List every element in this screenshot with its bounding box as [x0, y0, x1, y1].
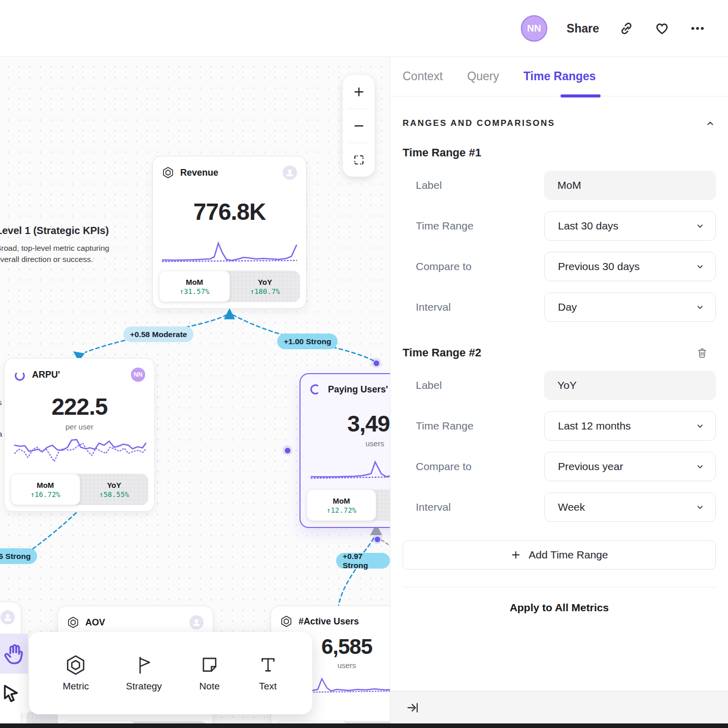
label-field-label: Label: [416, 179, 442, 191]
zoom-controls: [343, 75, 375, 177]
correlation-badge: +0.97 Strong: [336, 553, 390, 569]
time-range-1-title: Time Range #1: [403, 146, 481, 159]
cursor-icon: [0, 682, 22, 705]
favorite-icon[interactable]: [654, 20, 670, 37]
correlation-badge: +1.00 Strong: [277, 334, 338, 349]
owner-avatar-placeholder-icon: [189, 615, 204, 630]
panel-footer: [390, 691, 728, 723]
compare-to-select[interactable]: Previous 30 days: [544, 252, 716, 281]
hand-icon: [3, 642, 26, 665]
compare-to-select[interactable]: Previous year: [544, 452, 716, 481]
more-options-icon[interactable]: [689, 20, 706, 37]
fit-view-button[interactable]: [343, 143, 375, 177]
metric-card-revenue[interactable]: Revenue 776.8K MoM ↑31.57% YoY ↑180.7%: [152, 156, 307, 309]
metric-hexagon-icon: [65, 654, 86, 676]
toggle-mom[interactable]: MoM ↑31.57%: [159, 271, 230, 302]
metric-hexagon-icon: [280, 615, 292, 627]
clipped-text-fragment: a: [0, 429, 2, 438]
comparison-toggle: MoM ↑31.57% YoY ↑180.7%: [159, 271, 300, 302]
add-note-tool[interactable]: Note: [199, 654, 220, 692]
chevron-down-icon: [695, 421, 705, 431]
pan-tool-button[interactable]: [0, 634, 28, 673]
interval-select[interactable]: Week: [544, 492, 716, 522]
copy-link-icon[interactable]: [618, 20, 635, 37]
app-header: NN Share: [0, 0, 728, 57]
level-note: Level 1 (Strategic KPIs) Broad, top-leve…: [0, 225, 123, 266]
share-button[interactable]: Share: [567, 22, 599, 36]
correlation-badge: 66 Strong: [0, 548, 37, 564]
metric-spinner-icon: [310, 383, 322, 395]
card-title: AOV: [85, 617, 183, 628]
comparison-toggle: MoM ↑12.72%: [307, 489, 390, 521]
edge-handle-dot[interactable]: [371, 358, 381, 368]
edge-handle-dot[interactable]: [372, 534, 382, 544]
delete-time-range-icon[interactable]: [696, 346, 709, 359]
correlation-badge: +0.58 Moderate: [123, 326, 193, 342]
toggle-mom[interactable]: MoM ↑16.72%: [11, 474, 80, 505]
level-note-body: Broad, top-level metric capturing overal…: [0, 243, 123, 266]
add-text-tool[interactable]: Text: [257, 654, 279, 692]
toggle-yoy[interactable]: YoY ↑180.7%: [230, 271, 300, 302]
metric-tree-canvas[interactable]: Level 1 (Strategic KPIs) Broad, top-leve…: [0, 57, 390, 728]
chevron-down-icon: [695, 221, 705, 231]
time-range-select[interactable]: Last 12 months: [544, 411, 716, 441]
settings-panel: Context Query Time Ranges RANGES AND COM…: [390, 57, 728, 728]
canvas-toolbar: Metric Strategy Note Text: [29, 632, 312, 714]
sparkline: [159, 237, 300, 265]
section-title: RANGES AND COMPARISONS: [403, 118, 555, 128]
zoom-in-button[interactable]: [343, 75, 375, 109]
chevron-down-icon: [695, 502, 705, 512]
add-metric-tool[interactable]: Metric: [62, 654, 89, 692]
collapse-section-icon[interactable]: [705, 118, 716, 129]
time-range-select[interactable]: Last 30 days: [544, 211, 716, 241]
add-time-range-button[interactable]: Add Time Range: [403, 540, 716, 570]
toggle-yoy[interactable]: YoY ↑58.55%: [80, 474, 149, 505]
tab-time-ranges[interactable]: Time Ranges: [523, 70, 596, 83]
tab-context[interactable]: Context: [403, 70, 443, 83]
card-title: Paying Users': [328, 384, 390, 395]
tab-query[interactable]: Query: [467, 70, 499, 83]
zoom-out-button[interactable]: [343, 109, 375, 143]
compare-to-field-label: Compare to: [416, 460, 472, 473]
label-input[interactable]: MoM: [544, 171, 716, 200]
metric-value: 3,49: [301, 411, 390, 437]
toggle-mom[interactable]: MoM ↑12.72%: [307, 489, 376, 521]
comparison-toggle: MoM ↑16.72% YoY ↑58.55%: [11, 474, 148, 505]
panel-tabs: Context Query Time Ranges: [390, 57, 728, 96]
metric-hexagon-icon: [162, 167, 174, 179]
card-title: ARPU': [32, 370, 125, 380]
metric-unit: per user: [5, 422, 154, 431]
metric-value: 222.5: [5, 393, 154, 420]
time-range-field-label: Time Range: [416, 420, 474, 432]
clipped-text-fragment: s: [0, 398, 2, 407]
time-range-field-label: Time Range: [416, 220, 474, 232]
interval-field-label: Interval: [416, 301, 451, 313]
edge-handle-dot[interactable]: [282, 445, 292, 455]
chevron-down-icon: [695, 461, 705, 472]
add-strategy-tool[interactable]: Strategy: [126, 654, 162, 692]
metric-card-arpu[interactable]: ARPU' NN 222.5 per user MoM ↑16.72% YoY …: [4, 358, 155, 512]
window-bottom-edge: [0, 723, 728, 728]
interval-select[interactable]: Day: [544, 292, 716, 322]
collapse-panel-icon[interactable]: [406, 701, 420, 715]
active-tab-indicator: [560, 94, 601, 97]
tool-dock: [0, 634, 28, 713]
text-icon: [257, 654, 279, 676]
apply-to-all-metrics-button[interactable]: Apply to All Metrics: [403, 587, 716, 627]
select-tool-button[interactable]: [0, 673, 28, 713]
note-icon: [199, 654, 220, 676]
metric-spinner-icon: [14, 369, 26, 381]
sparkline: [307, 455, 390, 483]
card-title: Revenue: [180, 168, 277, 178]
metric-unit: users: [301, 439, 390, 448]
flag-icon: [133, 654, 154, 676]
time-range-2-title: Time Range #2: [403, 346, 481, 359]
metric-card-paying-users[interactable]: Paying Users' 3,49 users MoM ↑12.72%: [300, 373, 390, 528]
chevron-down-icon: [695, 302, 705, 312]
toggle-yoy[interactable]: [376, 489, 390, 521]
label-field-label: Label: [416, 379, 442, 391]
owner-avatar-placeholder-icon: [1, 610, 15, 624]
user-avatar[interactable]: NN: [521, 15, 547, 42]
label-input[interactable]: YoY: [544, 371, 716, 400]
metric-hexagon-icon: [67, 616, 79, 628]
